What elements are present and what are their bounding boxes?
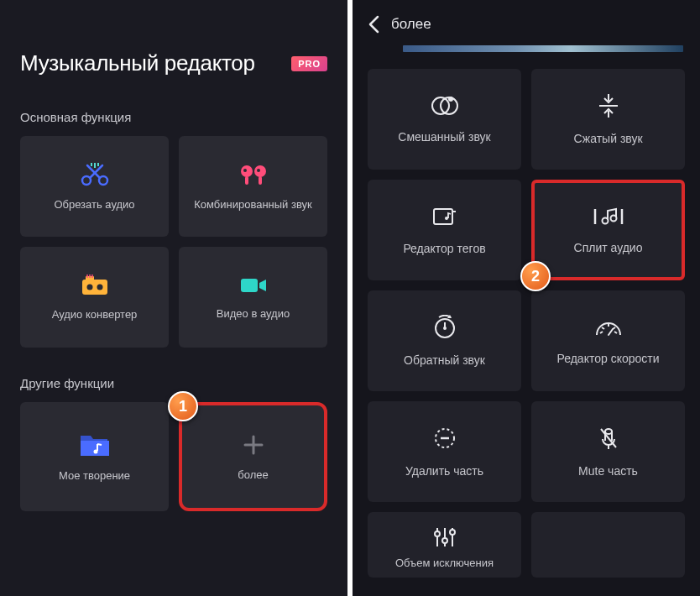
svg-point-7: [241, 165, 253, 177]
tile-label: более: [238, 468, 268, 481]
step-badge-2: 2: [520, 261, 551, 291]
tile-hidden[interactable]: [531, 512, 685, 578]
tile-label: Комбинированный звук: [194, 198, 312, 211]
mix-icon: [430, 95, 460, 117]
svg-point-15: [97, 284, 102, 290]
header: Музыкальный редактор PRO: [20, 50, 327, 76]
remove-icon: [432, 426, 457, 451]
main-grid: Обрезать аудио Комбинированный звук: [20, 136, 327, 348]
tile-label: Удалить часть: [405, 464, 483, 478]
svg-line-39: [602, 327, 604, 329]
svg-point-12: [257, 169, 260, 172]
tile-compress[interactable]: Сжатый звук: [531, 69, 685, 170]
svg-rect-20: [241, 279, 258, 292]
reverse-icon: [431, 315, 458, 340]
svg-line-38: [600, 332, 603, 333]
tile-audio-converter[interactable]: Аудио конвертер: [20, 247, 169, 348]
app-title: Музыкальный редактор: [20, 50, 255, 76]
svg-point-8: [254, 165, 266, 177]
svg-line-43: [609, 329, 613, 335]
pro-badge[interactable]: PRO: [291, 56, 327, 71]
preview-strip: [403, 45, 683, 52]
svg-rect-30: [434, 209, 452, 224]
tile-video-to-audio[interactable]: Видео в аудио: [179, 247, 327, 348]
section-main-label: Основная функция: [20, 110, 327, 124]
svg-point-46: [605, 429, 612, 434]
svg-rect-9: [245, 176, 248, 185]
tile-reverse[interactable]: Обратный звук: [368, 290, 521, 391]
tile-speed[interactable]: Редактор скорости: [531, 290, 685, 391]
tile-tags[interactable]: Редактор тегов: [368, 180, 521, 280]
svg-rect-13: [82, 280, 107, 295]
split-icon: [593, 206, 624, 227]
folder-music-icon: [79, 432, 111, 457]
tile-label: Объем исключения: [395, 557, 494, 569]
tile-my-creation[interactable]: Мое творение: [20, 402, 169, 511]
tile-more[interactable]: 1 более: [179, 402, 327, 511]
tags-icon: [431, 205, 458, 228]
tile-mute-part[interactable]: Mute часть: [531, 401, 685, 502]
cassette-icon: [81, 274, 109, 296]
tile-label: Обратный звук: [404, 353, 485, 367]
tile-label: Сжатый звук: [573, 132, 642, 145]
svg-point-54: [450, 530, 455, 535]
screen-main: Музыкальный редактор PRO Основная функци…: [0, 0, 347, 596]
tile-mix[interactable]: Смешанный звук: [368, 69, 521, 170]
svg-point-14: [86, 284, 92, 290]
tile-label: Обрезать аудио: [54, 198, 134, 211]
topbar: более: [353, 0, 700, 45]
section-other-label: Другие функции: [20, 376, 327, 390]
svg-rect-10: [259, 176, 262, 185]
tile-label: Мое творение: [59, 469, 130, 482]
equalizer-icon: [432, 521, 457, 548]
tile-label: Аудио конвертер: [52, 308, 138, 321]
svg-point-11: [243, 169, 247, 172]
topbar-title: более: [391, 16, 431, 33]
svg-point-26: [448, 97, 453, 102]
svg-point-21: [93, 449, 97, 453]
speedometer-icon: [593, 316, 624, 338]
step-badge-1: 1: [168, 391, 198, 421]
tile-cut-audio[interactable]: Обрезать аудио: [20, 136, 169, 237]
tile-label: Видео в аудио: [217, 307, 290, 320]
svg-point-52: [435, 531, 440, 536]
earbuds-icon: [238, 163, 269, 186]
tile-label: Сплит аудио: [574, 241, 643, 254]
video-icon: [239, 275, 268, 295]
tile-volume[interactable]: Объем исключения: [368, 512, 521, 578]
tile-split-audio[interactable]: 2 Сплит аудио: [531, 180, 685, 280]
tile-label: Mute часть: [578, 464, 638, 478]
svg-line-42: [614, 332, 617, 333]
tile-label: Смешанный звук: [398, 130, 490, 144]
tile-combine-audio[interactable]: Комбинированный звук: [179, 136, 327, 237]
svg-point-53: [442, 538, 447, 543]
scissors-icon: [81, 163, 109, 186]
plus-icon: [242, 433, 265, 457]
other-grid: Мое творение 1 более: [20, 402, 327, 511]
back-icon[interactable]: [368, 15, 379, 34]
compress-icon: [596, 93, 621, 118]
tile-remove-part[interactable]: Удалить часть: [368, 401, 521, 502]
more-grid: Смешанный звук Сжатый звук Редактор тего…: [353, 69, 700, 593]
tile-label: Редактор тегов: [403, 242, 485, 255]
tile-label: Редактор скорости: [556, 352, 659, 365]
mute-icon: [597, 426, 620, 451]
screen-more: более Смешанный звук Сжатый звук Редакто…: [353, 0, 700, 596]
